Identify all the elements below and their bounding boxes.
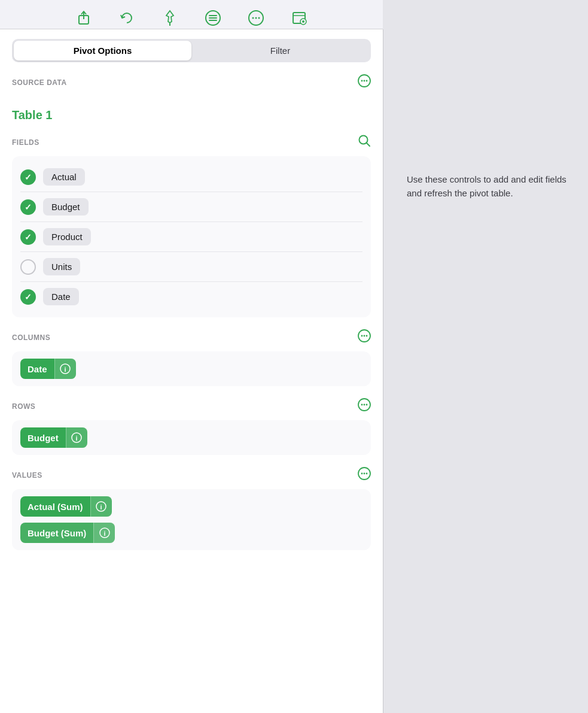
- svg-line-20: [367, 143, 370, 147]
- rows-pill-budget-info-icon[interactable]: i: [66, 427, 87, 448]
- field-tag-date[interactable]: Date: [43, 288, 79, 305]
- more-options-icon[interactable]: [245, 7, 267, 29]
- undo-icon[interactable]: [116, 7, 138, 29]
- field-item-actual[interactable]: ✓ Actual: [20, 162, 362, 192]
- field-item-date[interactable]: ✓ Date: [20, 282, 362, 311]
- columns-box: Date i: [12, 351, 371, 386]
- tab-bar: Pivot Options Filter: [12, 39, 371, 62]
- columns-header: COLUMNS: [12, 329, 371, 345]
- checkmark-product: ✓: [25, 232, 32, 242]
- view-options-icon[interactable]: [288, 7, 310, 29]
- checkmark-budget: ✓: [25, 202, 32, 212]
- svg-text:i: i: [100, 503, 102, 511]
- source-data-header: SOURCE DATA: [12, 74, 371, 90]
- fields-search-icon[interactable]: [358, 134, 371, 150]
- svg-point-24: [366, 335, 368, 337]
- field-item-budget[interactable]: ✓ Budget: [20, 192, 362, 222]
- columns-label: COLUMNS: [12, 333, 50, 342]
- field-item-product[interactable]: ✓ Product: [20, 222, 362, 252]
- svg-point-14: [302, 20, 304, 23]
- fields-label: FIELDS: [12, 138, 39, 147]
- pivot-options-panel: Pivot Options Filter SOURCE DATA Table 1: [0, 29, 383, 713]
- svg-point-35: [364, 473, 365, 475]
- columns-pill-date-label: Date: [20, 359, 54, 379]
- checkmark-date: ✓: [25, 292, 32, 302]
- tab-pivot-options[interactable]: Pivot Options: [14, 41, 191, 60]
- rows-label: ROWS: [12, 402, 35, 411]
- svg-point-29: [364, 404, 365, 406]
- values-pill-budget-sum-info-icon[interactable]: i: [93, 523, 115, 543]
- hint-text: Use these controls to add and edit field…: [395, 173, 576, 200]
- rows-box: Budget i: [12, 420, 371, 455]
- source-data-more-icon[interactable]: [358, 74, 371, 90]
- field-checkbox-units[interactable]: [20, 259, 36, 275]
- checkmark-actual: ✓: [25, 172, 32, 182]
- fields-list: ✓ Actual ✓ Budget ✓ Product: [12, 156, 371, 317]
- svg-point-23: [364, 335, 365, 337]
- columns-section: COLUMNS Date i: [0, 329, 383, 398]
- values-section: VALUES Actual (Sum) i: [0, 467, 383, 562]
- rows-section: ROWS Budget i: [0, 398, 383, 467]
- values-more-icon[interactable]: [358, 467, 371, 483]
- source-data-section: SOURCE DATA: [0, 74, 383, 108]
- svg-point-36: [366, 473, 368, 475]
- pivot-menu-icon[interactable]: [202, 7, 224, 29]
- values-box: Actual (Sum) i Budget (Sum) i: [12, 489, 371, 550]
- rows-pill-budget-label: Budget: [20, 428, 66, 448]
- hint-area: Use these controls to add and edit field…: [383, 29, 588, 713]
- pin-icon[interactable]: [159, 7, 181, 29]
- toolbar: [0, 0, 383, 29]
- main-layout: Pivot Options Filter SOURCE DATA Table 1: [0, 29, 588, 713]
- svg-point-8: [252, 17, 254, 19]
- field-tag-budget[interactable]: Budget: [43, 198, 89, 216]
- fields-header: FIELDS: [12, 134, 371, 150]
- field-tag-product[interactable]: Product: [43, 228, 91, 245]
- svg-point-34: [361, 473, 363, 475]
- svg-point-30: [366, 404, 368, 406]
- values-pill-actual-sum-info-icon[interactable]: i: [90, 496, 112, 517]
- columns-pill-date[interactable]: Date i: [20, 359, 76, 379]
- values-pill-budget-sum[interactable]: Budget (Sum) i: [20, 523, 115, 543]
- values-pill-actual-sum[interactable]: Actual (Sum) i: [20, 496, 112, 517]
- columns-more-icon[interactable]: [358, 329, 371, 345]
- svg-point-28: [361, 404, 363, 406]
- share-icon[interactable]: [73, 7, 95, 29]
- values-pill-budget-sum-label: Budget (Sum): [20, 523, 93, 543]
- svg-point-18: [366, 80, 368, 82]
- source-data-label: SOURCE DATA: [12, 78, 67, 87]
- field-checkbox-actual[interactable]: ✓: [20, 169, 36, 185]
- field-checkbox-budget[interactable]: ✓: [20, 199, 36, 215]
- tab-filter[interactable]: Filter: [191, 41, 369, 60]
- fields-section: FIELDS ✓ Actual: [0, 134, 383, 329]
- svg-point-22: [361, 335, 363, 337]
- svg-point-9: [255, 17, 257, 19]
- svg-point-17: [364, 80, 365, 82]
- svg-text:i: i: [64, 366, 66, 373]
- columns-pill-date-info-icon[interactable]: i: [54, 359, 76, 379]
- svg-text:i: i: [76, 435, 78, 442]
- values-label: VALUES: [12, 471, 42, 480]
- svg-point-16: [361, 80, 363, 82]
- rows-header: ROWS: [12, 398, 371, 414]
- field-checkbox-product[interactable]: ✓: [20, 229, 36, 245]
- values-header: VALUES: [12, 467, 371, 483]
- field-tag-units[interactable]: Units: [43, 258, 80, 275]
- field-tag-actual[interactable]: Actual: [43, 168, 85, 186]
- rows-pill-budget[interactable]: Budget i: [20, 427, 87, 448]
- hint-line: [383, 29, 383, 713]
- values-pill-actual-sum-label: Actual (Sum): [20, 497, 90, 517]
- field-item-units[interactable]: Units: [20, 252, 362, 282]
- source-table-name[interactable]: Table 1: [0, 108, 383, 122]
- svg-point-10: [258, 17, 260, 19]
- svg-text:i: i: [103, 530, 105, 537]
- field-checkbox-date[interactable]: ✓: [20, 289, 36, 305]
- rows-more-icon[interactable]: [358, 398, 371, 414]
